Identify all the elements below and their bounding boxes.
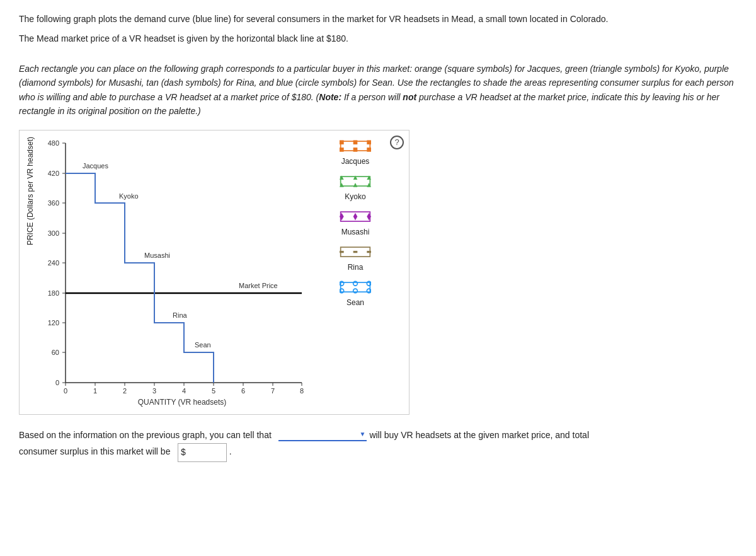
svg-rect-65 — [340, 250, 344, 252]
dollar-sign: $ — [181, 444, 186, 460]
svg-text:480: 480 — [48, 139, 59, 147]
legend-area: Jacques Kyoko — [308, 137, 390, 313]
legend-label-jacques: Jacques — [341, 157, 370, 166]
svg-text:3: 3 — [152, 387, 156, 395]
svg-text:5: 5 — [212, 387, 215, 395]
svg-text:Market Price: Market Price — [239, 282, 278, 289]
legend-item-sean: Sean — [321, 278, 390, 307]
svg-text:2: 2 — [123, 387, 127, 395]
legend-item-musashi: Musashi — [321, 207, 390, 236]
svg-text:Rina: Rina — [173, 311, 188, 319]
svg-text:6: 6 — [241, 387, 245, 395]
svg-text:Kyoko: Kyoko — [119, 192, 139, 200]
italic-paragraph: Each rectangle you can place on the foll… — [19, 62, 737, 119]
svg-text:180: 180 — [48, 289, 59, 297]
svg-rect-48 — [353, 140, 358, 144]
svg-text:4: 4 — [182, 387, 186, 395]
svg-rect-52 — [367, 148, 371, 152]
help-icon[interactable]: ? — [390, 136, 404, 149]
legend-item-jacques: Jacques — [321, 137, 390, 166]
svg-text:Musashi: Musashi — [144, 252, 170, 259]
sean-icon — [340, 278, 371, 297]
bottom-text1: Based on the information on the previous… — [19, 430, 272, 440]
svg-text:1: 1 — [93, 387, 97, 395]
musashi-icon — [340, 207, 371, 226]
graph-section: ? PRICE (Dollars per VR headset) 0 60 — [19, 130, 410, 415]
svg-text:QUANTITY (VR headsets): QUANTITY (VR headsets) — [138, 398, 226, 407]
legend-label-sean: Sean — [346, 298, 364, 307]
svg-rect-47 — [340, 140, 344, 144]
surplus-input[interactable] — [186, 448, 224, 458]
legend-item-kyoko: Kyoko — [321, 172, 390, 201]
svg-text:240: 240 — [48, 259, 59, 267]
rina-icon — [340, 243, 371, 262]
svg-rect-49 — [367, 140, 371, 144]
svg-rect-51 — [353, 148, 358, 152]
bottom-text3: consumer surplus in this market will be — [19, 447, 170, 457]
svg-text:0: 0 — [55, 379, 59, 386]
surplus-input-wrapper[interactable]: $ — [178, 443, 227, 461]
chart-svg: 0 60 120 180 240 300 360 — [37, 137, 308, 408]
y-axis-label: PRICE (Dollars per VR headset) — [26, 137, 35, 252]
bottom-text: Based on the information on the previous… — [19, 427, 737, 462]
svg-text:300: 300 — [48, 229, 59, 237]
buyer-dropdown[interactable]: Jacques Kyoko Musashi Rina Sean No one — [278, 430, 367, 441]
chart-container: PRICE (Dollars per VR headset) 0 60 — [26, 137, 390, 408]
legend-label-kyoko: Kyoko — [345, 192, 365, 201]
svg-marker-62 — [353, 212, 358, 220]
buyer-dropdown-wrapper[interactable]: Jacques Kyoko Musashi Rina Sean No one — [278, 427, 367, 443]
kyoko-icon — [340, 172, 371, 191]
svg-text:8: 8 — [300, 387, 304, 395]
svg-text:420: 420 — [48, 170, 59, 177]
svg-text:360: 360 — [48, 199, 59, 207]
svg-text:0: 0 — [64, 387, 67, 395]
intro-line2: The Mead market price of a VR headset is… — [19, 32, 737, 45]
bottom-text2: will buy VR headsets at the given market… — [369, 430, 589, 440]
jacques-icon — [340, 137, 371, 156]
svg-text:7: 7 — [271, 387, 275, 395]
svg-rect-66 — [353, 250, 358, 252]
intro-line1: The following graph plots the demand cur… — [19, 13, 737, 26]
svg-rect-67 — [367, 250, 371, 252]
svg-text:Sean: Sean — [195, 341, 211, 349]
svg-rect-68 — [341, 282, 370, 292]
legend-label-rina: Rina — [348, 263, 364, 272]
period: . — [229, 447, 232, 457]
svg-text:120: 120 — [48, 319, 59, 327]
legend-label-musashi: Musashi — [341, 228, 370, 236]
svg-marker-58 — [353, 183, 358, 187]
svg-text:Jacques: Jacques — [83, 162, 108, 170]
svg-rect-50 — [340, 148, 344, 152]
svg-text:60: 60 — [52, 349, 59, 356]
legend-item-rina: Rina — [321, 243, 390, 272]
chart-area: 0 60 120 180 240 300 360 — [37, 137, 308, 408]
